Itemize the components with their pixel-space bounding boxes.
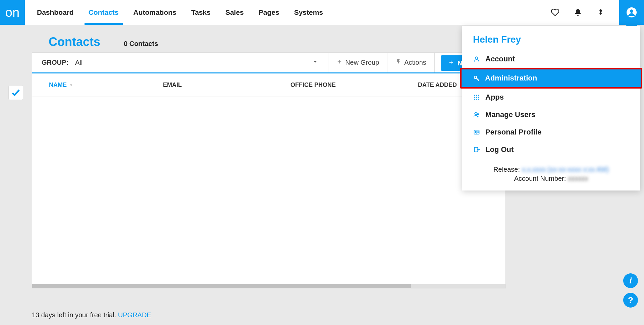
svg-point-3 xyxy=(474,95,475,96)
top-nav: on Dashboard Contacts Automations Tasks … xyxy=(0,0,644,25)
svg-point-5 xyxy=(478,95,479,96)
nav-tab-automations[interactable]: Automations xyxy=(126,0,184,25)
nav-tab-tasks[interactable]: Tasks xyxy=(184,0,218,25)
svg-point-13 xyxy=(477,113,479,115)
svg-point-10 xyxy=(476,99,477,100)
user-icon xyxy=(473,55,480,63)
svg-point-9 xyxy=(474,99,475,100)
svg-point-4 xyxy=(476,95,477,96)
logout-icon xyxy=(473,146,480,153)
nav-tab-pages[interactable]: Pages xyxy=(251,0,287,25)
menu-item-personal-profile[interactable]: Personal Profile xyxy=(462,123,640,141)
top-actions xyxy=(551,0,644,25)
logo-text: on xyxy=(5,5,19,20)
bolt-icon xyxy=(395,59,401,66)
pin-icon[interactable] xyxy=(596,8,605,17)
col-phone[interactable]: OFFICE PHONE xyxy=(290,82,418,89)
profile-menu: Helen Frey Account Administration Apps M… xyxy=(462,26,640,191)
bell-icon[interactable] xyxy=(574,8,582,17)
col-email[interactable]: EMAIL xyxy=(163,82,290,89)
account-label: Account Number: xyxy=(514,175,566,182)
nav-tab-sales[interactable]: Sales xyxy=(218,0,251,25)
group-value: All xyxy=(75,59,83,66)
svg-point-11 xyxy=(478,99,479,100)
nav-tab-contacts[interactable]: Contacts xyxy=(81,0,126,25)
sort-arrow-icon xyxy=(69,82,73,89)
page-title: Contacts xyxy=(49,35,100,49)
col-name-label: NAME xyxy=(49,82,67,89)
group-filter[interactable]: GROUP: All xyxy=(32,53,328,72)
table-body xyxy=(32,97,505,288)
logo[interactable]: on xyxy=(0,0,25,25)
trial-text: 13 days left in your free trial. xyxy=(32,311,118,319)
wrench-icon xyxy=(473,74,480,82)
release-label: Release: xyxy=(493,166,520,173)
svg-point-1 xyxy=(630,9,633,13)
question-icon: ? xyxy=(628,295,633,306)
svg-point-15 xyxy=(475,131,476,132)
help-stack: i ? xyxy=(623,273,638,308)
chevron-down-icon xyxy=(312,58,319,67)
svg-point-8 xyxy=(478,97,479,98)
nav-tab-systems[interactable]: Systems xyxy=(287,0,330,25)
new-group-button[interactable]: New Group xyxy=(328,53,387,72)
release-value: x.x.xxxx (xx-xx-xxxx x:xx AM) xyxy=(522,166,609,173)
actions-label: Actions xyxy=(404,59,426,66)
menu-item-manage-users[interactable]: Manage Users xyxy=(462,106,640,123)
menu-item-label: Account xyxy=(485,55,515,63)
menu-item-label: Log Out xyxy=(485,145,514,154)
trial-bar: 13 days left in your free trial. UPGRADE xyxy=(32,311,151,319)
info-button[interactable]: i xyxy=(623,273,638,288)
menu-item-logout[interactable]: Log Out xyxy=(462,141,640,158)
highlight-administration: Administration xyxy=(460,68,642,89)
horizontal-scrollbar[interactable] xyxy=(32,284,505,288)
help-button[interactable]: ? xyxy=(623,293,638,308)
menu-item-label: Apps xyxy=(485,93,504,102)
toolbar: GROUP: All New Group Actions xyxy=(32,53,505,73)
group-dropdown[interactable]: All xyxy=(72,58,319,67)
menu-item-account[interactable]: Account xyxy=(462,50,640,68)
profile-menu-footer: Release: x.x.xxxx (xx-xx-xxxx x:xx AM) A… xyxy=(462,158,640,191)
nav-tab-dashboard[interactable]: Dashboard xyxy=(30,0,81,25)
contacts-panel: GROUP: All New Group Actions xyxy=(32,52,506,288)
idcard-icon xyxy=(473,128,480,136)
menu-item-administration[interactable]: Administration xyxy=(462,69,641,87)
plus-icon xyxy=(336,59,342,66)
users-icon xyxy=(473,111,480,118)
menu-item-label: Manage Users xyxy=(485,110,535,119)
scrollbar-thumb[interactable] xyxy=(32,284,411,288)
plus-icon xyxy=(448,59,454,67)
info-icon: i xyxy=(629,276,632,286)
heart-icon[interactable] xyxy=(551,8,559,17)
profile-avatar-button[interactable] xyxy=(619,0,644,25)
col-name[interactable]: NAME xyxy=(49,82,163,89)
svg-point-7 xyxy=(476,97,477,98)
select-all-checkbox[interactable] xyxy=(8,85,23,100)
apps-icon xyxy=(473,94,480,101)
menu-item-label: Personal Profile xyxy=(485,128,542,137)
account-value: xxxxxx xyxy=(568,175,588,182)
svg-point-6 xyxy=(474,97,475,98)
table-header: NAME EMAIL OFFICE PHONE DATE ADDED xyxy=(32,73,505,97)
new-group-label: New Group xyxy=(345,59,379,66)
nav-tabs: Dashboard Contacts Automations Tasks Sal… xyxy=(25,0,330,25)
svg-point-2 xyxy=(476,57,478,59)
actions-button[interactable]: Actions xyxy=(387,53,435,72)
page-subtitle: 0 Contacts xyxy=(124,40,158,48)
svg-point-12 xyxy=(475,112,477,115)
upgrade-link[interactable]: UPGRADE xyxy=(118,311,151,319)
menu-item-apps[interactable]: Apps xyxy=(462,89,640,106)
menu-item-label: Administration xyxy=(485,74,537,83)
profile-menu-username: Helen Frey xyxy=(462,26,640,50)
group-label: GROUP: xyxy=(42,59,68,66)
